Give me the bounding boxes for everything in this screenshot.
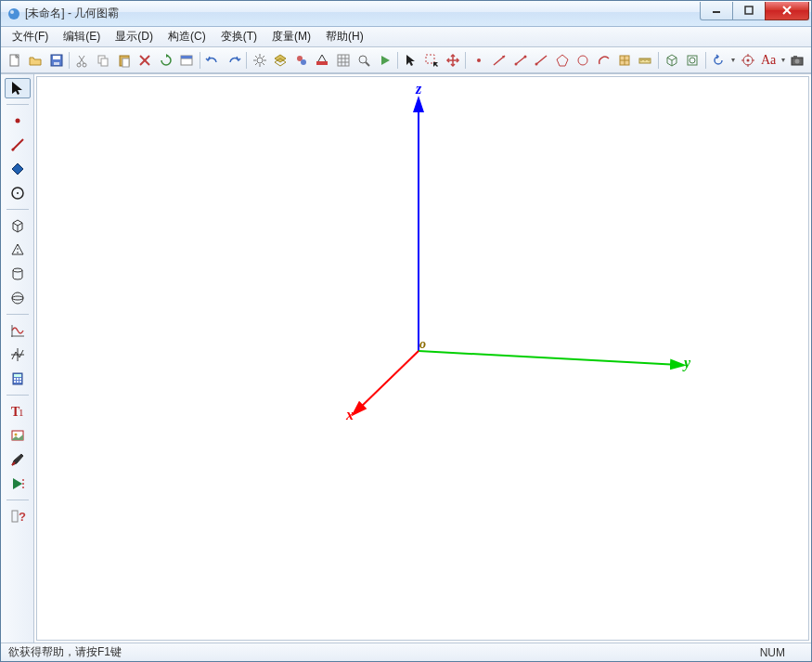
- svg-point-84: [15, 119, 19, 123]
- style-button[interactable]: [291, 50, 311, 71]
- palette-pointer-tool[interactable]: [5, 78, 31, 98]
- rotate-left-button[interactable]: [709, 50, 728, 71]
- svg-point-73: [690, 58, 695, 63]
- svg-rect-36: [316, 61, 328, 65]
- svg-point-54: [514, 62, 517, 65]
- polygon-tool-button[interactable]: [552, 50, 572, 71]
- undo-button[interactable]: [203, 50, 223, 71]
- menu-measure[interactable]: 度量(M): [264, 27, 318, 46]
- view-front-button[interactable]: [682, 50, 702, 71]
- toolbar-separator: [658, 52, 659, 69]
- circle-tool-button[interactable]: [573, 50, 592, 71]
- svg-rect-22: [181, 56, 192, 58]
- status-help-hint: 欲获得帮助，请按F1键: [8, 644, 122, 660]
- close-button[interactable]: [765, 2, 809, 20]
- open-file-button[interactable]: [25, 50, 45, 71]
- svg-point-50: [477, 58, 481, 62]
- paste-button[interactable]: [114, 50, 134, 71]
- view-3d-button[interactable]: [662, 50, 681, 71]
- svg-line-69: [667, 58, 672, 60]
- svg-rect-82: [793, 56, 797, 58]
- svg-point-55: [523, 55, 526, 58]
- svg-rect-9: [54, 62, 59, 65]
- target-button[interactable]: [738, 50, 757, 71]
- line-tool-button[interactable]: [490, 50, 509, 71]
- svg-marker-58: [557, 55, 568, 66]
- svg-marker-44: [381, 56, 390, 65]
- copy-button[interactable]: [94, 50, 113, 71]
- palette-polygon-tool[interactable]: [5, 159, 31, 179]
- measure-button[interactable]: [636, 50, 655, 71]
- ray-tool-button[interactable]: [532, 50, 551, 71]
- palette-animation-tool[interactable]: [5, 474, 31, 494]
- animate-button[interactable]: [375, 50, 394, 71]
- toolbar-separator: [465, 52, 466, 69]
- select-rect-button[interactable]: [422, 50, 442, 71]
- status-numlock: NUM: [760, 646, 785, 659]
- window-controls: [701, 2, 809, 20]
- svg-rect-121: [12, 511, 18, 522]
- palette-cube-tool[interactable]: [5, 215, 31, 236]
- arc-tool-button[interactable]: [594, 50, 613, 71]
- svg-text:?: ?: [19, 510, 26, 524]
- settings-button[interactable]: [250, 50, 269, 71]
- axis-label-origin: o: [419, 337, 426, 352]
- camera-button[interactable]: [788, 50, 807, 71]
- palette-pyramid-tool[interactable]: [5, 240, 31, 260]
- palette-circle-tool[interactable]: [5, 183, 31, 203]
- new-file-button[interactable]: [5, 50, 24, 71]
- point-tool-button[interactable]: [469, 50, 488, 71]
- rotate-dropdown[interactable]: ▾: [729, 50, 737, 71]
- refresh-button[interactable]: [156, 50, 175, 71]
- menu-file[interactable]: 文件(F): [5, 27, 56, 46]
- menu-edit[interactable]: 编辑(E): [56, 27, 108, 46]
- drawing-canvas[interactable]: z y x o: [36, 76, 809, 641]
- snap-button[interactable]: [614, 50, 634, 71]
- svg-point-119: [22, 483, 24, 485]
- svg-rect-105: [14, 374, 21, 377]
- palette-help-tool[interactable]: ?: [5, 506, 31, 526]
- svg-point-95: [13, 268, 22, 272]
- menu-transform[interactable]: 变换(T): [213, 27, 264, 46]
- maximize-button[interactable]: [732, 2, 766, 20]
- palette-pen-tool[interactable]: [5, 449, 31, 470]
- palette-function-tool[interactable]: [5, 320, 31, 341]
- palette-prism-tool[interactable]: [5, 264, 31, 284]
- svg-line-70: [672, 58, 677, 60]
- text-style-button[interactable]: Aa: [758, 50, 778, 71]
- menu-display[interactable]: 显示(D): [108, 27, 161, 46]
- layer-button[interactable]: [271, 50, 290, 71]
- svg-point-42: [359, 56, 367, 63]
- menu-construct[interactable]: 构造(C): [161, 27, 213, 46]
- workspace: T1 ? z y x o: [1, 73, 811, 643]
- palette-text-tool[interactable]: T1: [5, 401, 31, 422]
- save-file-button[interactable]: [46, 50, 66, 71]
- text-style-dropdown[interactable]: ▾: [780, 50, 787, 71]
- toolbar-separator: [705, 52, 706, 69]
- palette-image-tool[interactable]: [5, 425, 31, 446]
- color-button[interactable]: [313, 50, 332, 71]
- toolbar-separator: [397, 52, 398, 69]
- svg-point-35: [301, 59, 306, 65]
- svg-point-89: [17, 192, 19, 194]
- minimize-button[interactable]: [700, 2, 733, 20]
- grid-button[interactable]: [333, 50, 353, 71]
- properties-button[interactable]: [176, 50, 196, 71]
- palette-sphere-tool[interactable]: [5, 288, 31, 308]
- svg-point-0: [8, 8, 19, 19]
- pan-button[interactable]: [443, 50, 462, 71]
- palette-graph-tool[interactable]: [5, 344, 31, 365]
- segment-tool-button[interactable]: [510, 50, 530, 71]
- menu-help[interactable]: 帮助(H): [318, 27, 371, 46]
- delete-button[interactable]: [135, 50, 154, 71]
- svg-rect-108: [19, 378, 21, 380]
- axis-label-x: x: [346, 407, 354, 423]
- palette-point-tool[interactable]: [5, 110, 31, 131]
- palette-line-tool[interactable]: [5, 135, 31, 155]
- zoom-button[interactable]: [354, 50, 373, 71]
- pointer-tool-button[interactable]: [401, 50, 420, 71]
- palette-calculator-tool[interactable]: [5, 369, 31, 389]
- palette-separator: [6, 314, 29, 315]
- cut-button[interactable]: [72, 50, 92, 71]
- redo-button[interactable]: [224, 50, 243, 71]
